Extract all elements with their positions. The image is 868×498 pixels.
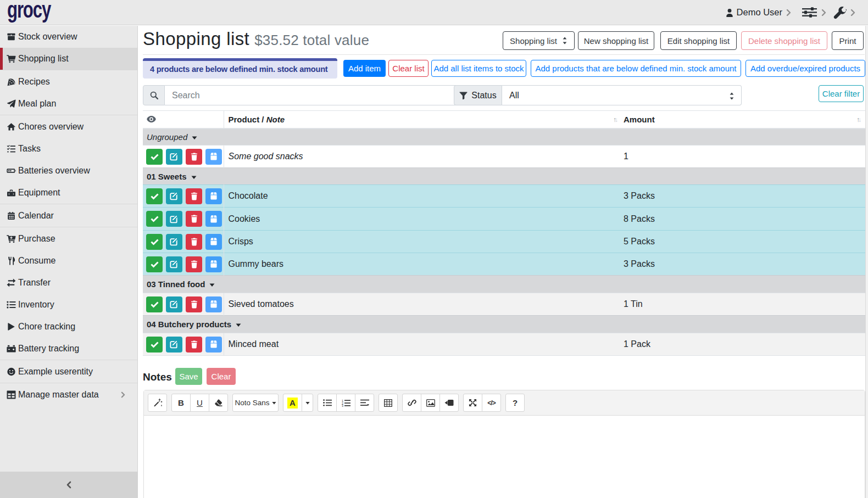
svg-text:3: 3 [342, 404, 343, 407]
svg-text:grocy: grocy [7, 1, 52, 23]
